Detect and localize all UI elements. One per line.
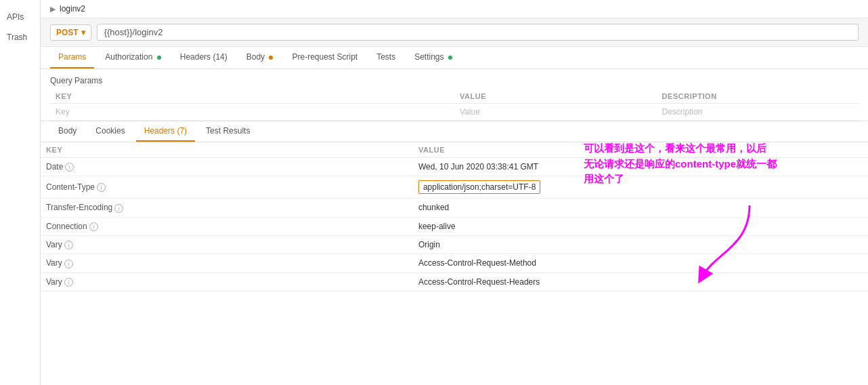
tab-authorization[interactable]: Authorization (97, 47, 169, 68)
tab-pre-request[interactable]: Pre-request Script (284, 47, 366, 68)
info-icon[interactable]: i (65, 163, 74, 171)
sidebar-item-trash[interactable]: Trash (0, 27, 40, 47)
tab-authorization-label: Authorization (105, 52, 152, 62)
highlighted-value: application/json;charset=UTF-8 (418, 180, 540, 194)
table-row: VaryiAccess-Control-Request-Method (41, 254, 868, 272)
resp-header-value: Access-Control-Request-Headers (413, 272, 868, 291)
url-bar: POST ▾ (41, 18, 868, 47)
tab-tests[interactable]: Tests (368, 47, 404, 68)
resp-tab-body-label: Body (58, 126, 77, 136)
method-select[interactable]: POST ▾ (50, 24, 91, 41)
resp-header-value: Access-Control-Request-Method (413, 254, 868, 272)
tab-pre-request-label: Pre-request Script (292, 52, 357, 62)
breadcrumb-arrow-icon: ▶ (50, 5, 56, 14)
resp-tab-test-results-label: Test Results (206, 126, 250, 136)
resp-header-value: application/json;charset=UTF-8 (413, 176, 868, 199)
resp-header-key: Content-Typei (41, 176, 413, 199)
table-row: DateiWed, 10 Jun 2020 03:38:41 GMT (41, 158, 868, 176)
info-icon[interactable]: i (89, 222, 98, 231)
info-icon[interactable]: i (64, 278, 73, 287)
params-col-description: DESCRIPTION (657, 89, 859, 104)
body-dot (269, 56, 273, 60)
param-value-placeholder[interactable]: Value (454, 104, 657, 121)
info-icon[interactable]: i (114, 204, 123, 213)
tab-params-label: Params (58, 52, 86, 62)
param-desc-placeholder[interactable]: Description (657, 104, 859, 121)
params-table: KEY VALUE DESCRIPTION Key Value Descript… (50, 89, 859, 121)
table-row: Connectionikeep-alive (41, 217, 868, 235)
sidebar-item-apis[interactable]: APIs (0, 7, 40, 27)
tab-headers-label: Headers (14) (180, 52, 227, 62)
main-panel: ▶ loginv2 POST ▾ Params Authorization He… (41, 0, 868, 385)
resp-header-key: Varyi (41, 235, 413, 254)
method-dropdown-icon[interactable]: ▾ (81, 28, 85, 37)
resp-header-value: Origin (413, 235, 868, 254)
tab-body[interactable]: Body (238, 47, 282, 68)
resp-header-key: Varyi (41, 272, 413, 291)
resp-tab-cookies[interactable]: Cookies (87, 121, 133, 142)
tab-settings[interactable]: Settings (406, 47, 460, 68)
authorization-dot (157, 56, 161, 60)
request-tabs: Params Authorization Headers (14) Body P… (41, 47, 868, 69)
resp-col-key: KEY (41, 142, 413, 158)
table-row: VaryiAccess-Control-Request-Headers (41, 272, 868, 291)
info-icon[interactable]: i (97, 183, 106, 192)
query-params-title: Query Params (50, 76, 859, 85)
resp-col-value: VALUE (413, 142, 868, 158)
response-tabs: Body Cookies Headers (7) Test Results (41, 121, 868, 142)
breadcrumb-name: loginv2 (60, 4, 85, 14)
response-section: Body Cookies Headers (7) Test Results KE… (41, 121, 868, 385)
params-col-value: VALUE (454, 89, 657, 104)
method-label: POST (56, 28, 79, 37)
info-icon[interactable]: i (64, 241, 73, 249)
settings-dot (448, 56, 452, 60)
resp-tab-headers[interactable]: Headers (7) (136, 121, 195, 142)
resp-header-key: Transfer-Encodingi (41, 199, 413, 217)
info-icon[interactable]: i (64, 260, 73, 268)
tab-headers[interactable]: Headers (14) (172, 47, 236, 68)
params-col-key: KEY (50, 89, 454, 104)
url-input[interactable] (97, 24, 859, 41)
resp-header-key: Datei (41, 158, 413, 176)
resp-header-value: Wed, 10 Jun 2020 03:38:41 GMT (413, 158, 868, 176)
tab-settings-label: Settings (414, 52, 443, 62)
breadcrumb: ▶ loginv2 (41, 0, 868, 18)
resp-header-value: chunked (413, 199, 868, 217)
table-row: Transfer-Encodingichunked (41, 199, 868, 217)
sidebar: APIs Trash (0, 0, 41, 385)
table-row: Key Value Description (50, 104, 859, 121)
param-key-placeholder[interactable]: Key (50, 104, 454, 121)
table-row: VaryiOrigin (41, 235, 868, 254)
tab-params[interactable]: Params (50, 47, 94, 68)
resp-header-key: Connectioni (41, 217, 413, 235)
tab-tests-label: Tests (376, 52, 395, 62)
resp-tab-cookies-label: Cookies (95, 126, 125, 136)
resp-tab-headers-label: Headers (7) (144, 126, 187, 136)
resp-tab-test-results[interactable]: Test Results (198, 121, 258, 142)
resp-tab-body[interactable]: Body (50, 121, 85, 142)
table-row: Content-Typeiapplication/json;charset=UT… (41, 176, 868, 199)
tab-body-label: Body (246, 52, 265, 62)
resp-header-value: keep-alive (413, 217, 868, 235)
resp-header-key: Varyi (41, 254, 413, 272)
response-headers-table: KEY VALUE DateiWed, 10 Jun 2020 03:38:41… (41, 142, 868, 291)
query-params-section: Query Params KEY VALUE DESCRIPTION Key V… (41, 69, 868, 121)
